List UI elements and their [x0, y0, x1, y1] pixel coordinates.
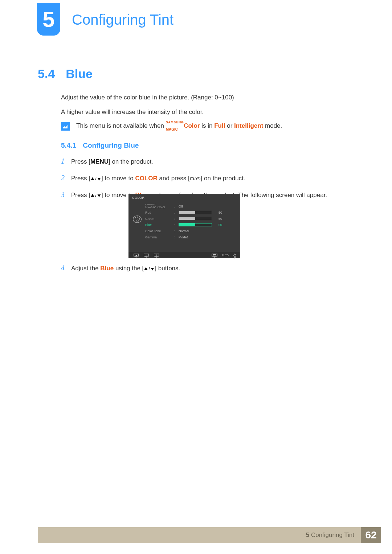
palette-icon [132, 215, 142, 223]
note-row: This menu is not available when SAMSUNGM… [61, 121, 282, 131]
chapter-number-badge: 5 [37, 3, 60, 36]
svg-point-16 [136, 220, 138, 222]
note-magic-super: SAMSUNG [166, 120, 184, 124]
note-mode2: Intelligent [234, 122, 263, 129]
osd-colortone-value: Normal [179, 229, 189, 233]
osd-row-red: Red : 50 [145, 209, 237, 216]
step-number: 2 [61, 172, 66, 184]
osd-colortone-label: Color Tone [145, 229, 172, 233]
note-mid1: is in [200, 122, 215, 129]
step-1: 1 Press [MENU] on the product. [61, 155, 351, 167]
step4-t2: using the [ [114, 265, 144, 272]
osd-footer: ◄ − + AUTO [128, 252, 240, 258]
note-magic-sub: MAGIC [166, 127, 178, 131]
svg-text:/: / [149, 266, 150, 271]
note-mid2: or [225, 122, 234, 129]
footer-bar: 5 Configuring Tint [38, 527, 361, 543]
step2-t2: ] to move to [101, 175, 135, 182]
osd-row-green: Green : 50 [145, 216, 237, 222]
osd-plus-icon: + [154, 254, 159, 257]
step4-t1: Adjust the [71, 265, 100, 272]
osd-green-value: 50 [214, 217, 222, 221]
note-prefix: This menu is not available when [76, 122, 166, 129]
svg-point-13 [135, 217, 136, 218]
svg-text:/: / [195, 177, 196, 181]
svg-rect-3 [190, 177, 193, 180]
note-magic-word: Color [184, 122, 200, 129]
note-text: This menu is not available when SAMSUNGM… [76, 121, 282, 131]
step4-t3: ] buttons. [155, 265, 180, 272]
step1-t1: Press [ [71, 158, 90, 165]
osd-power-icon [233, 253, 237, 257]
section-number: 5.4 [38, 67, 55, 81]
osd-row-blue: Blue : 50 [145, 222, 237, 228]
osd-gamma-value: Mode1 [179, 235, 189, 239]
osd-blue-label: Blue [145, 223, 172, 227]
svg-text:/: / [95, 176, 96, 181]
footer-chapter-number: 5 [306, 532, 309, 538]
osd-gamma-label: Gamma [145, 235, 172, 239]
up-down-arrow-icon: / [90, 176, 101, 181]
note-mode1: Full [214, 122, 225, 129]
section-name: Blue [66, 67, 93, 81]
step1-t2: ] on the product. [109, 158, 153, 165]
svg-marker-19 [144, 267, 148, 270]
osd-magic-after: Color [158, 205, 166, 209]
menu-key-label: MENU [90, 158, 109, 165]
note-icon [61, 122, 70, 131]
osd-green-label: Green [145, 217, 172, 221]
step2-t3: and press [ [158, 175, 190, 182]
osd-body: SAMSUNG MAGIC Color : Off Red : 50 Green… [145, 203, 237, 250]
step-number: 1 [61, 155, 66, 167]
step-number: 4 [61, 262, 66, 274]
svg-marker-8 [97, 194, 101, 197]
svg-marker-2 [97, 178, 101, 181]
chapter-title: Configuring Tint [72, 12, 173, 28]
osd-enter-icon [212, 254, 217, 257]
osd-red-value: 50 [214, 211, 222, 214]
osd-row-magic: SAMSUNG MAGIC Color : Off [145, 203, 237, 209]
steps-list-continued: 4 Adjust the Blue using the [/] buttons. [61, 262, 351, 279]
subsection-heading: 5.4.1 Configuring Blue [61, 141, 139, 149]
page-footer: 5 Configuring Tint 62 [38, 527, 381, 543]
intro-line-2: A higher value will increase the intensi… [61, 107, 204, 117]
svg-point-14 [137, 216, 139, 218]
osd-auto-label: AUTO [222, 254, 229, 257]
step2-t1: Press [ [71, 175, 90, 182]
osd-row-colortone: Color Tone : Normal [145, 228, 237, 234]
step4-keyword: Blue [100, 265, 114, 272]
osd-row-gamma: Gamma : Mode1 [145, 234, 237, 240]
step2-t4: ] on the product. [201, 175, 245, 182]
subsection-name: Configuring Blue [83, 141, 139, 149]
osd-back-icon: ◄ [134, 254, 139, 257]
section-heading: 5.4 Blue [38, 67, 93, 81]
footer-page-number: 62 [361, 527, 381, 543]
up-down-arrow-icon: / [90, 193, 101, 198]
osd-blue-value: 50 [214, 223, 222, 227]
step2-keyword: COLOR [135, 175, 157, 182]
svg-text:/: / [95, 193, 96, 197]
svg-marker-0 [91, 177, 94, 180]
osd-magic-main: MAGIC [145, 206, 156, 209]
svg-marker-6 [91, 194, 94, 197]
step-number: 3 [61, 189, 66, 200]
osd-title: COLOR [132, 196, 145, 200]
subsection-number: 5.4.1 [61, 141, 76, 149]
osd-red-label: Red [145, 211, 172, 214]
footer-chapter-title: Configuring Tint [311, 532, 354, 538]
step-2: 2 Press [/] to move to COLOR and press [… [61, 172, 351, 184]
osd-screenshot: COLOR SAMSUNG MAGIC Color : Off Red : 50… [128, 194, 240, 258]
note-suffix: mode. [263, 122, 282, 129]
svg-marker-21 [151, 268, 154, 271]
svg-point-15 [139, 218, 140, 220]
source-enter-icon: / [190, 176, 201, 181]
intro-line-1: Adjust the value of the color blue in th… [61, 93, 234, 102]
step-4: 4 Adjust the Blue using the [/] buttons. [61, 262, 351, 274]
step3-t1: Press [ [71, 192, 90, 198]
osd-magic-value: Off [179, 205, 183, 208]
up-down-arrow-icon: / [144, 266, 155, 271]
osd-minus-icon: − [144, 254, 149, 257]
